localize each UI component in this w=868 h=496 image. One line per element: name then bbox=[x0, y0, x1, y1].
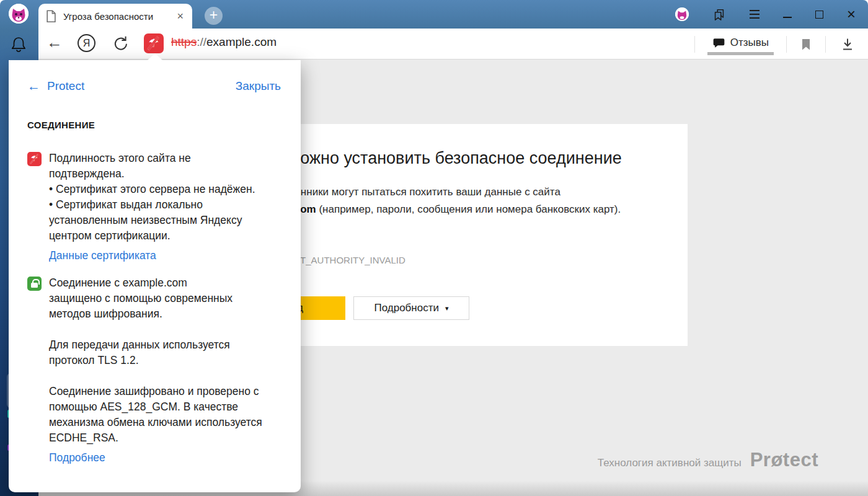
url-scheme: https bbox=[171, 35, 197, 48]
secure-line: протокол TLS 1.2. bbox=[49, 353, 280, 368]
certificate-warning-row: ☂ Подлинность этого сайта не подтвержден… bbox=[27, 151, 281, 264]
warning-line: установленным неизвестным Яндексу bbox=[49, 213, 280, 228]
secure-line: механизма обмена ключами используется bbox=[49, 415, 280, 430]
details-button[interactable]: Подробности ▾ bbox=[353, 296, 469, 320]
secure-connection-row: Соединение с example.com защищено с помо… bbox=[27, 275, 281, 466]
toolbar-right: Отзывы bbox=[694, 29, 857, 60]
url-separator: :// bbox=[197, 35, 206, 48]
tab-title: Угроза безопасности bbox=[63, 11, 175, 22]
profile-avatar[interactable] bbox=[9, 4, 29, 24]
menu-icon[interactable] bbox=[750, 10, 760, 19]
footer-text: Технология активной защиты bbox=[598, 457, 742, 469]
toolbar: ← Я ☂ https://example.com Отзывы bbox=[38, 29, 868, 60]
warning-line: • Сертификат этого сервера не надёжен. bbox=[49, 182, 280, 197]
titlebar-controls: × bbox=[675, 0, 856, 29]
secure-lock-icon bbox=[27, 277, 42, 291]
notifications-bell-icon[interactable] bbox=[11, 36, 27, 53]
secure-connection-text: Соединение с example.com защищено с помо… bbox=[49, 275, 280, 466]
warning-line: Подлинность этого сайта не bbox=[49, 151, 280, 166]
secure-line: Для передачи данных используется bbox=[49, 337, 280, 353]
certificate-data-link[interactable]: Данные сертификата bbox=[49, 248, 280, 264]
download-icon bbox=[841, 37, 854, 51]
refresh-button[interactable] bbox=[112, 35, 129, 52]
protect-back-label: Protect bbox=[47, 79, 84, 93]
url-host: example.com bbox=[206, 35, 277, 48]
page-title: Невозможно установить безопасное соедине… bbox=[242, 148, 663, 169]
maximize-button[interactable] bbox=[815, 11, 823, 19]
back-button[interactable]: ← bbox=[46, 33, 63, 52]
bookmark-icon[interactable] bbox=[799, 38, 813, 51]
downloads-button[interactable] bbox=[838, 37, 857, 51]
description-suffix: (например, пароли, сообщения или номера … bbox=[316, 203, 621, 215]
divider bbox=[786, 36, 787, 53]
lock-icon bbox=[31, 283, 38, 288]
panel-notch bbox=[148, 53, 162, 60]
feedback-label: Отзывы bbox=[730, 37, 769, 49]
profile-avatar-small[interactable] bbox=[675, 7, 689, 21]
description-line1: Злоумышленники могут пытаться похитить в… bbox=[242, 184, 663, 201]
secure-line: помощью AES_128_GCM. В качестве bbox=[49, 399, 280, 415]
certificate-warning-text: Подлинность этого сайта не подтверждена.… bbox=[49, 151, 280, 264]
divider bbox=[694, 36, 695, 53]
protect-footer: Технология активной защиты Prøtect bbox=[598, 449, 818, 471]
warning-description: Злоумышленники могут пытаться похитить в… bbox=[242, 184, 663, 218]
secure-line: методов шифрования. bbox=[49, 306, 280, 322]
feedback-button[interactable]: Отзывы bbox=[707, 33, 774, 55]
tab-close-icon[interactable]: × bbox=[175, 11, 185, 22]
panel-header: ← Protect Закрыть bbox=[27, 79, 281, 94]
secure-line: защищено с помощью современных bbox=[49, 291, 280, 306]
warning-line: подтверждена. bbox=[49, 166, 280, 182]
warning-line: • Сертификат выдан локально bbox=[49, 197, 280, 213]
back-arrow-icon: ← bbox=[27, 79, 40, 94]
yandex-search-button[interactable]: Я bbox=[78, 34, 95, 52]
protect-back-link[interactable]: ← Protect bbox=[27, 79, 84, 94]
secure-line: Соединение с example.com bbox=[49, 275, 280, 291]
minimize-button[interactable] bbox=[783, 17, 792, 18]
browser-window: Угроза безопасности × + × bbox=[0, 0, 868, 496]
more-details-link[interactable]: Подробнее bbox=[49, 450, 280, 466]
chevron-down-icon: ▾ bbox=[445, 304, 449, 312]
protect-logo: Prøtect bbox=[750, 449, 818, 471]
details-label: Подробности bbox=[374, 302, 439, 314]
close-window-button[interactable]: × bbox=[847, 8, 856, 20]
side-panels-icon[interactable] bbox=[712, 8, 726, 21]
section-title-connection: СОЕДИНЕНИЕ bbox=[27, 120, 281, 130]
secure-line: Соединение зашифровано и проверено с bbox=[49, 384, 280, 399]
titlebar: Угроза безопасности × + × bbox=[0, 0, 868, 29]
warning-line: центром сертификации. bbox=[49, 228, 280, 244]
cat-avatar-image bbox=[9, 4, 29, 24]
speech-bubble-icon bbox=[712, 37, 725, 49]
panel-close-link[interactable]: Закрыть bbox=[236, 79, 281, 93]
insecure-badge-icon: ☂ bbox=[27, 152, 42, 166]
address-bar[interactable]: https://example.com bbox=[171, 35, 277, 49]
page-document-icon bbox=[46, 10, 56, 23]
tab-security-threat[interactable]: Угроза безопасности × bbox=[38, 4, 192, 29]
divider bbox=[825, 36, 826, 53]
cat-avatar-small-image bbox=[675, 7, 689, 21]
new-tab-button[interactable]: + bbox=[205, 7, 223, 25]
protect-status-icon[interactable]: ☂ bbox=[144, 33, 164, 53]
secure-line: ECDHE_RSA. bbox=[49, 430, 280, 446]
protect-connection-panel: ← Protect Закрыть СОЕДИНЕНИЕ ☂ Подлиннос… bbox=[9, 60, 301, 492]
